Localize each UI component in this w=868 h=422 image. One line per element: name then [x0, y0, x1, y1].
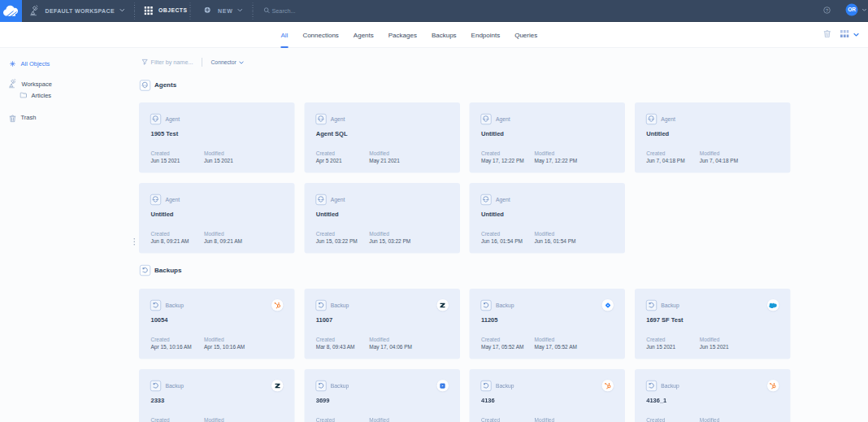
svg-text:?: ?	[826, 8, 828, 13]
